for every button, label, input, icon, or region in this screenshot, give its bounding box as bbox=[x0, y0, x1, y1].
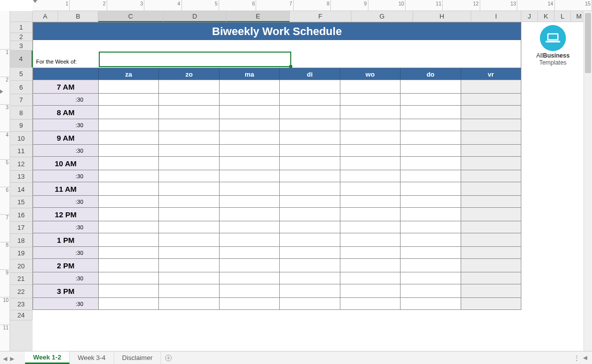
schedule-cell[interactable] bbox=[220, 80, 280, 94]
row-header[interactable]: 2 bbox=[10, 33, 33, 41]
schedule-cell[interactable] bbox=[280, 221, 340, 233]
column-header[interactable]: A bbox=[33, 11, 58, 22]
row-header[interactable]: 12 bbox=[10, 157, 33, 171]
schedule-cell[interactable] bbox=[99, 157, 159, 170]
column-header[interactable]: K bbox=[538, 11, 554, 22]
row-header[interactable]: 19 bbox=[10, 247, 33, 259]
schedule-cell[interactable] bbox=[220, 170, 280, 182]
vertical-scrollbar[interactable] bbox=[583, 11, 592, 351]
schedule-cell[interactable] bbox=[340, 259, 401, 272]
schedule-cell[interactable] bbox=[220, 94, 280, 106]
row-header[interactable]: 24 bbox=[10, 310, 33, 320]
schedule-cell[interactable] bbox=[220, 119, 280, 131]
schedule-cell[interactable] bbox=[401, 119, 461, 131]
schedule-cell[interactable] bbox=[159, 284, 219, 298]
column-header[interactable]: H bbox=[413, 11, 471, 22]
column-header[interactable]: J bbox=[521, 11, 538, 22]
schedule-cell[interactable] bbox=[461, 298, 521, 310]
schedule-cell[interactable] bbox=[280, 182, 340, 196]
schedule-cell[interactable] bbox=[99, 94, 159, 106]
schedule-cell[interactable] bbox=[280, 259, 340, 272]
cell-selection[interactable] bbox=[99, 52, 291, 67]
schedule-cell[interactable] bbox=[280, 157, 340, 170]
schedule-cell[interactable] bbox=[401, 298, 461, 310]
row-header[interactable]: 9 bbox=[10, 120, 33, 132]
schedule-cell[interactable] bbox=[99, 298, 159, 310]
schedule-cell[interactable] bbox=[220, 247, 280, 259]
schedule-cell[interactable] bbox=[220, 157, 280, 170]
schedule-cell[interactable] bbox=[340, 170, 401, 182]
schedule-cell[interactable] bbox=[401, 221, 461, 233]
schedule-cell[interactable] bbox=[220, 131, 280, 145]
schedule-cell[interactable] bbox=[99, 131, 159, 145]
schedule-cell[interactable] bbox=[99, 119, 159, 131]
schedule-cell[interactable] bbox=[340, 157, 401, 170]
schedule-cell[interactable] bbox=[461, 284, 521, 298]
new-sheet-button[interactable] bbox=[161, 351, 176, 364]
schedule-cell[interactable] bbox=[99, 182, 159, 196]
schedule-cell[interactable] bbox=[99, 80, 159, 94]
column-header[interactable]: I bbox=[471, 11, 521, 22]
schedule-cell[interactable] bbox=[99, 170, 159, 182]
schedule-cell[interactable] bbox=[220, 182, 280, 196]
schedule-cell[interactable] bbox=[461, 259, 521, 272]
row-header[interactable]: 6 bbox=[10, 81, 33, 94]
schedule-cell[interactable] bbox=[401, 145, 461, 157]
schedule-cell[interactable] bbox=[461, 170, 521, 182]
schedule-cell[interactable] bbox=[340, 284, 401, 298]
schedule-cell[interactable] bbox=[220, 145, 280, 157]
column-header[interactable]: D bbox=[163, 11, 227, 22]
schedule-cell[interactable] bbox=[401, 182, 461, 196]
schedule-cell[interactable] bbox=[401, 284, 461, 298]
schedule-cell[interactable] bbox=[340, 145, 401, 157]
schedule-cell[interactable] bbox=[461, 145, 521, 157]
schedule-cell[interactable] bbox=[159, 247, 219, 259]
column-header[interactable]: G bbox=[351, 11, 413, 22]
schedule-cell[interactable] bbox=[99, 284, 159, 298]
schedule-cell[interactable] bbox=[280, 247, 340, 259]
schedule-cell[interactable] bbox=[159, 119, 219, 131]
schedule-cell[interactable] bbox=[220, 298, 280, 310]
schedule-cell[interactable] bbox=[280, 106, 340, 119]
schedule-cell[interactable] bbox=[461, 106, 521, 119]
select-all-corner[interactable] bbox=[10, 11, 33, 22]
row-header[interactable]: 21 bbox=[10, 273, 33, 285]
sheet-tab[interactable]: Week 1-2 bbox=[25, 351, 70, 364]
schedule-cell[interactable] bbox=[340, 94, 401, 106]
schedule-cell[interactable] bbox=[461, 119, 521, 131]
schedule-cell[interactable] bbox=[401, 208, 461, 221]
schedule-cell[interactable] bbox=[340, 131, 401, 145]
row-header[interactable]: 18 bbox=[10, 234, 33, 247]
schedule-cell[interactable] bbox=[401, 196, 461, 208]
schedule-cell[interactable] bbox=[401, 106, 461, 119]
schedule-cell[interactable] bbox=[280, 80, 340, 94]
schedule-cell[interactable] bbox=[340, 208, 401, 221]
row-header[interactable]: 23 bbox=[10, 298, 33, 310]
row-header[interactable]: 5 bbox=[10, 68, 33, 81]
row-header[interactable]: 8 bbox=[10, 106, 33, 120]
schedule-cell[interactable] bbox=[159, 80, 219, 94]
schedule-cell[interactable] bbox=[280, 233, 340, 247]
schedule-cell[interactable] bbox=[340, 247, 401, 259]
row-header[interactable]: 20 bbox=[10, 259, 33, 273]
schedule-cell[interactable] bbox=[401, 233, 461, 247]
schedule-cell[interactable] bbox=[159, 196, 219, 208]
schedule-cell[interactable] bbox=[280, 196, 340, 208]
column-header[interactable]: C bbox=[98, 11, 163, 22]
schedule-cell[interactable] bbox=[401, 157, 461, 170]
schedule-cell[interactable] bbox=[159, 131, 219, 145]
row-header[interactable]: 10 bbox=[10, 132, 33, 145]
row-header[interactable]: 16 bbox=[10, 208, 33, 222]
schedule-cell[interactable] bbox=[461, 208, 521, 221]
row-header[interactable]: 3 bbox=[10, 41, 33, 51]
schedule-cell[interactable] bbox=[340, 233, 401, 247]
schedule-cell[interactable] bbox=[220, 208, 280, 221]
sheet-tab[interactable]: Week 3-4 bbox=[70, 351, 114, 364]
schedule-cell[interactable] bbox=[99, 233, 159, 247]
schedule-cell[interactable] bbox=[220, 272, 280, 284]
schedule-cell[interactable] bbox=[280, 94, 340, 106]
column-header[interactable]: E bbox=[227, 11, 290, 22]
schedule-cell[interactable] bbox=[99, 272, 159, 284]
schedule-cell[interactable] bbox=[280, 145, 340, 157]
schedule-cell[interactable] bbox=[159, 272, 219, 284]
